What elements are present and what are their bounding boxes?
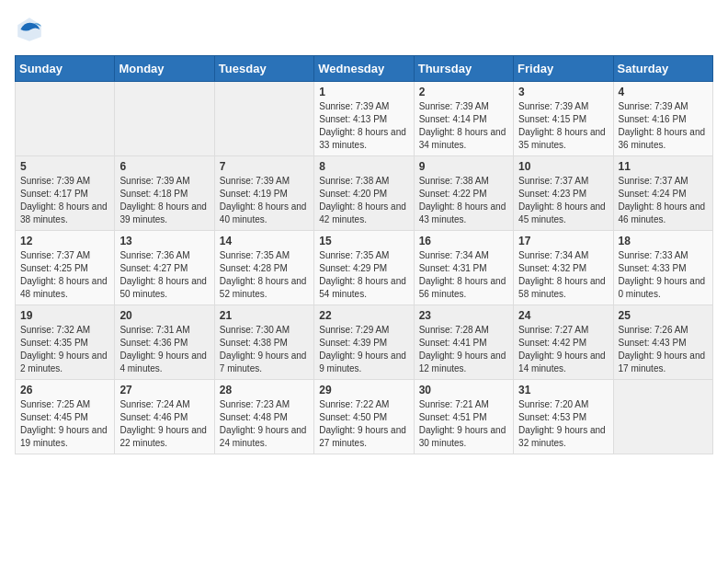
day-info: Sunrise: 7:22 AM Sunset: 4:50 PM Dayligh… — [319, 398, 408, 450]
day-number: 29 — [319, 384, 408, 396]
logo — [15, 15, 48, 44]
day-number: 11 — [619, 160, 708, 173]
day-number: 25 — [619, 309, 708, 322]
calendar-cell: 12Sunrise: 7:37 AM Sunset: 4:25 PM Dayli… — [16, 231, 115, 305]
day-info: Sunrise: 7:26 AM Sunset: 4:43 PM Dayligh… — [619, 324, 708, 375]
day-info: Sunrise: 7:30 AM Sunset: 4:38 PM Dayligh… — [220, 324, 309, 375]
calendar-cell: 18Sunrise: 7:33 AM Sunset: 4:33 PM Dayli… — [613, 231, 712, 305]
day-info: Sunrise: 7:36 AM Sunset: 4:27 PM Dayligh… — [119, 249, 209, 301]
calendar-cell: 11Sunrise: 7:37 AM Sunset: 4:24 PM Dayli… — [613, 156, 712, 231]
day-number: 7 — [220, 160, 309, 173]
day-info: Sunrise: 7:39 AM Sunset: 4:18 PM Dayligh… — [119, 175, 209, 226]
calendar-cell: 22Sunrise: 7:29 AM Sunset: 4:39 PM Dayli… — [314, 305, 414, 380]
calendar-cell: 26Sunrise: 7:25 AM Sunset: 4:45 PM Dayli… — [16, 380, 115, 454]
day-number: 13 — [119, 235, 209, 247]
calendar-cell: 3Sunrise: 7:39 AM Sunset: 4:15 PM Daylig… — [514, 82, 613, 156]
calendar-cell: 4Sunrise: 7:39 AM Sunset: 4:16 PM Daylig… — [613, 82, 712, 156]
calendar-cell: 30Sunrise: 7:21 AM Sunset: 4:51 PM Dayli… — [414, 380, 513, 454]
calendar-cell: 1Sunrise: 7:39 AM Sunset: 4:13 PM Daylig… — [314, 82, 414, 156]
day-number: 14 — [220, 235, 309, 247]
calendar-cell: 24Sunrise: 7:27 AM Sunset: 4:42 PM Dayli… — [514, 305, 613, 380]
day-number: 1 — [319, 86, 408, 98]
calendar-cell: 8Sunrise: 7:38 AM Sunset: 4:20 PM Daylig… — [314, 156, 414, 231]
calendar-cell: 5Sunrise: 7:39 AM Sunset: 4:17 PM Daylig… — [16, 156, 115, 231]
day-info: Sunrise: 7:33 AM Sunset: 4:33 PM Dayligh… — [619, 249, 708, 301]
day-info: Sunrise: 7:20 AM Sunset: 4:53 PM Dayligh… — [518, 398, 608, 450]
day-info: Sunrise: 7:35 AM Sunset: 4:28 PM Dayligh… — [220, 249, 309, 301]
day-number: 19 — [20, 309, 109, 322]
day-info: Sunrise: 7:38 AM Sunset: 4:22 PM Dayligh… — [419, 175, 508, 226]
calendar-table: SundayMondayTuesdayWednesdayThursdayFrid… — [15, 55, 713, 454]
calendar-cell: 13Sunrise: 7:36 AM Sunset: 4:27 PM Dayli… — [115, 231, 214, 305]
day-number: 31 — [518, 384, 608, 396]
day-number: 30 — [419, 384, 508, 396]
calendar-cell: 14Sunrise: 7:35 AM Sunset: 4:28 PM Dayli… — [214, 231, 313, 305]
day-number: 2 — [419, 86, 508, 98]
calendar-cell — [613, 380, 712, 454]
calendar-cell: 20Sunrise: 7:31 AM Sunset: 4:36 PM Dayli… — [115, 305, 214, 380]
logo-icon — [15, 15, 44, 44]
calendar-cell: 7Sunrise: 7:39 AM Sunset: 4:19 PM Daylig… — [214, 156, 313, 231]
day-info: Sunrise: 7:28 AM Sunset: 4:41 PM Dayligh… — [419, 324, 508, 375]
calendar-cell: 2Sunrise: 7:39 AM Sunset: 4:14 PM Daylig… — [414, 82, 513, 156]
day-info: Sunrise: 7:39 AM Sunset: 4:13 PM Dayligh… — [319, 100, 408, 152]
calendar-cell: 6Sunrise: 7:39 AM Sunset: 4:18 PM Daylig… — [115, 156, 214, 231]
calendar-body: 1Sunrise: 7:39 AM Sunset: 4:13 PM Daylig… — [16, 82, 713, 454]
day-info: Sunrise: 7:31 AM Sunset: 4:36 PM Dayligh… — [119, 324, 209, 375]
day-number: 3 — [518, 86, 608, 98]
day-info: Sunrise: 7:39 AM Sunset: 4:16 PM Dayligh… — [619, 100, 708, 152]
calendar-cell: 25Sunrise: 7:26 AM Sunset: 4:43 PM Dayli… — [613, 305, 712, 380]
day-number: 22 — [319, 309, 408, 322]
day-number: 15 — [319, 235, 408, 247]
day-number: 9 — [419, 160, 508, 173]
calendar-cell — [16, 82, 115, 156]
calendar-week-row: 19Sunrise: 7:32 AM Sunset: 4:35 PM Dayli… — [16, 305, 713, 380]
day-info: Sunrise: 7:39 AM Sunset: 4:17 PM Dayligh… — [20, 175, 109, 226]
day-info: Sunrise: 7:39 AM Sunset: 4:19 PM Dayligh… — [220, 175, 309, 226]
day-info: Sunrise: 7:24 AM Sunset: 4:46 PM Dayligh… — [119, 398, 209, 450]
calendar-week-row: 12Sunrise: 7:37 AM Sunset: 4:25 PM Dayli… — [16, 231, 713, 305]
weekday-header: Sunday — [16, 56, 115, 82]
day-number: 24 — [518, 309, 608, 322]
day-info: Sunrise: 7:29 AM Sunset: 4:39 PM Dayligh… — [319, 324, 408, 375]
day-number: 10 — [518, 160, 608, 173]
day-info: Sunrise: 7:37 AM Sunset: 4:23 PM Dayligh… — [518, 175, 608, 226]
calendar-cell: 23Sunrise: 7:28 AM Sunset: 4:41 PM Dayli… — [414, 305, 513, 380]
page-header — [15, 15, 713, 44]
calendar-cell: 21Sunrise: 7:30 AM Sunset: 4:38 PM Dayli… — [214, 305, 313, 380]
calendar-cell: 19Sunrise: 7:32 AM Sunset: 4:35 PM Dayli… — [16, 305, 115, 380]
day-number: 17 — [518, 235, 608, 247]
calendar-header-row: SundayMondayTuesdayWednesdayThursdayFrid… — [16, 56, 713, 82]
day-info: Sunrise: 7:39 AM Sunset: 4:15 PM Dayligh… — [518, 100, 608, 152]
day-info: Sunrise: 7:34 AM Sunset: 4:32 PM Dayligh… — [518, 249, 608, 301]
calendar-cell: 9Sunrise: 7:38 AM Sunset: 4:22 PM Daylig… — [414, 156, 513, 231]
weekday-header: Monday — [115, 56, 214, 82]
day-number: 26 — [20, 384, 109, 396]
calendar-week-row: 26Sunrise: 7:25 AM Sunset: 4:45 PM Dayli… — [16, 380, 713, 454]
calendar-week-row: 1Sunrise: 7:39 AM Sunset: 4:13 PM Daylig… — [16, 82, 713, 156]
day-number: 16 — [419, 235, 508, 247]
day-number: 20 — [119, 309, 209, 322]
day-info: Sunrise: 7:38 AM Sunset: 4:20 PM Dayligh… — [319, 175, 408, 226]
day-info: Sunrise: 7:27 AM Sunset: 4:42 PM Dayligh… — [518, 324, 608, 375]
weekday-header: Saturday — [613, 56, 712, 82]
weekday-header: Wednesday — [314, 56, 414, 82]
calendar-cell: 28Sunrise: 7:23 AM Sunset: 4:48 PM Dayli… — [214, 380, 313, 454]
day-number: 23 — [419, 309, 508, 322]
day-info: Sunrise: 7:35 AM Sunset: 4:29 PM Dayligh… — [319, 249, 408, 301]
day-number: 4 — [619, 86, 708, 98]
weekday-header: Friday — [514, 56, 613, 82]
calendar-cell: 10Sunrise: 7:37 AM Sunset: 4:23 PM Dayli… — [514, 156, 613, 231]
calendar-cell: 15Sunrise: 7:35 AM Sunset: 4:29 PM Dayli… — [314, 231, 414, 305]
day-number: 12 — [20, 235, 109, 247]
calendar-cell — [214, 82, 313, 156]
day-info: Sunrise: 7:39 AM Sunset: 4:14 PM Dayligh… — [419, 100, 508, 152]
calendar-cell: 29Sunrise: 7:22 AM Sunset: 4:50 PM Dayli… — [314, 380, 414, 454]
day-info: Sunrise: 7:34 AM Sunset: 4:31 PM Dayligh… — [419, 249, 508, 301]
day-number: 18 — [619, 235, 708, 247]
day-info: Sunrise: 7:21 AM Sunset: 4:51 PM Dayligh… — [419, 398, 508, 450]
day-number: 5 — [20, 160, 109, 173]
weekday-header: Tuesday — [214, 56, 313, 82]
day-number: 28 — [220, 384, 309, 396]
day-info: Sunrise: 7:23 AM Sunset: 4:48 PM Dayligh… — [220, 398, 309, 450]
